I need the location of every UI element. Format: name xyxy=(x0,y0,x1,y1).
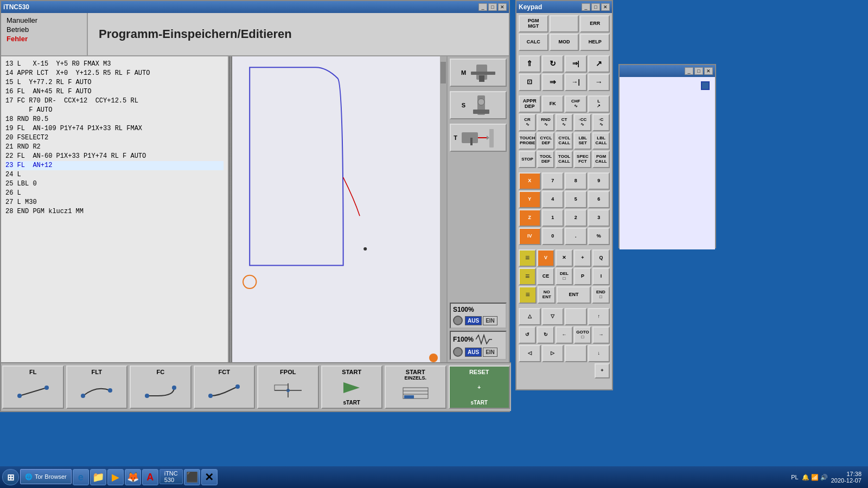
taskbar-acrobat[interactable]: A xyxy=(142,469,158,485)
t-button[interactable]: T xyxy=(450,124,507,152)
maximize-button[interactable]: □ xyxy=(488,3,497,11)
s-button[interactable]: S xyxy=(450,91,507,119)
2-button[interactable]: 2 xyxy=(565,209,587,227)
ct-button[interactable]: CT∿ xyxy=(556,114,573,131)
ent-button[interactable]: ENT xyxy=(557,286,590,304)
pgm-call-button[interactable]: PGMCALL xyxy=(592,151,610,168)
tool-call-button[interactable]: TOOLCALL xyxy=(556,151,573,168)
taskbar-explorer[interactable]: 📁 xyxy=(90,469,106,485)
lbl-set-button[interactable]: LBLSET xyxy=(574,132,591,150)
keypad-minimize[interactable]: _ xyxy=(582,3,590,11)
cycl-def-button[interactable]: CYCLDEF xyxy=(537,132,554,150)
keypad-close[interactable]: ✕ xyxy=(601,3,610,11)
calc-button[interactable]: CALC xyxy=(519,34,548,51)
end-button[interactable]: END□ xyxy=(592,286,610,304)
triangle-up-button[interactable]: △ xyxy=(519,308,541,325)
triangle-down-button[interactable]: ▽ xyxy=(542,308,564,325)
mod-button[interactable]: MOD xyxy=(550,34,579,51)
lbl-call-button[interactable]: LBLCALL xyxy=(592,132,610,150)
fct-button[interactable]: FCT xyxy=(194,365,256,409)
fk-button[interactable]: FK xyxy=(542,95,564,113)
y-button[interactable]: Y xyxy=(519,191,541,208)
nav-btn-8[interactable]: → xyxy=(588,74,610,91)
fpol-button[interactable]: FPOL xyxy=(257,365,319,409)
5-button[interactable]: 5 xyxy=(565,191,587,208)
6-button[interactable]: 6 xyxy=(588,191,610,208)
blank-btn-2[interactable] xyxy=(565,345,587,362)
float-minimize[interactable]: _ xyxy=(685,67,693,75)
touch-probe-button[interactable]: TOUCHPROBE xyxy=(519,132,536,150)
spec-fct-button[interactable]: SPECFCT xyxy=(574,151,591,168)
reset-start-button[interactable]: RESET + sTART xyxy=(449,365,510,409)
chf-button[interactable]: CHF∿ xyxy=(565,95,587,113)
start-button[interactable]: START sTART xyxy=(321,365,383,409)
p-button[interactable]: P xyxy=(574,268,591,285)
nav-btn-4[interactable]: ↗ xyxy=(588,55,610,73)
err-button[interactable]: ERR xyxy=(580,15,610,33)
7-button[interactable]: 7 xyxy=(542,172,564,190)
l-button[interactable]: L↗ xyxy=(588,95,610,113)
yellow-btn-1[interactable]: ≡ xyxy=(519,249,536,267)
nav-btn-7[interactable]: →| xyxy=(565,74,587,91)
9-button[interactable]: 9 xyxy=(588,172,610,190)
taskbar-itnc[interactable]: iTNC530 xyxy=(159,469,183,484)
appr-dep-button[interactable]: APPRDEP xyxy=(519,95,541,113)
tool-def-button[interactable]: TOOLDEF xyxy=(537,151,554,168)
right-arrow-button[interactable]: → xyxy=(592,326,610,344)
fc-button[interactable]: FC xyxy=(130,365,192,409)
cc-button[interactable]: ◦CC∿ xyxy=(574,114,591,131)
rnd-button[interactable]: RND∿ xyxy=(537,114,554,131)
stop-button[interactable]: STOP xyxy=(519,151,536,168)
ccw-button[interactable]: ↺ xyxy=(519,326,536,344)
float-checkbox[interactable] xyxy=(701,81,710,90)
minimize-button[interactable]: _ xyxy=(478,3,487,11)
spindle-speed-knob[interactable] xyxy=(453,316,463,325)
x-button[interactable]: X xyxy=(519,172,541,190)
yellow-btn-2[interactable]: ≡ xyxy=(519,268,536,285)
taskbar-x[interactable]: ✕ xyxy=(201,469,218,485)
feed-knob[interactable] xyxy=(453,347,463,357)
del-button[interactable]: DEL□ xyxy=(556,268,573,285)
times-button[interactable]: ✕ xyxy=(556,249,573,267)
blank-arrow[interactable] xyxy=(565,308,587,325)
play-fwd-button[interactable]: ▷ xyxy=(542,345,564,362)
q-button[interactable]: Q xyxy=(592,249,610,267)
close-button[interactable]: ✕ xyxy=(498,3,507,11)
1-button[interactable]: 1 xyxy=(542,209,564,227)
cycl-call-button[interactable]: CYCLCALL xyxy=(556,132,573,150)
yellow-btn-3[interactable]: ≡ xyxy=(519,286,537,304)
ein-button[interactable]: EIN xyxy=(483,316,497,325)
feed-ein-button[interactable]: EIN xyxy=(483,348,497,357)
scroll-thumb[interactable] xyxy=(441,62,446,84)
nav-btn-2[interactable]: ↻ xyxy=(542,55,564,73)
float-maximize[interactable]: □ xyxy=(694,67,703,75)
plus-button[interactable]: + xyxy=(574,249,591,267)
plus-small-button[interactable]: + xyxy=(595,363,610,378)
keypad-maximize[interactable]: □ xyxy=(591,3,600,11)
cr-button[interactable]: CR∿ xyxy=(519,114,536,131)
help-button[interactable]: HELP xyxy=(580,34,610,51)
nav-btn-6[interactable]: ⇒ xyxy=(542,74,564,91)
taskbar-ie[interactable]: e xyxy=(73,469,89,485)
taskbar-media[interactable]: ▶ xyxy=(107,469,124,485)
blank-button-1[interactable] xyxy=(550,15,579,33)
0-button[interactable]: 0 xyxy=(542,228,564,245)
left-arrow-button[interactable]: ← xyxy=(556,326,573,344)
start-einzels-button[interactable]: START EINZELS. xyxy=(385,365,446,409)
iv-button[interactable]: IV xyxy=(519,228,541,245)
no-ent-button[interactable]: NOENT xyxy=(538,286,556,304)
nav-btn-1[interactable]: ⇑ xyxy=(519,55,541,73)
goto-button[interactable]: GOTO□ xyxy=(574,326,591,344)
float-close[interactable]: ✕ xyxy=(704,67,713,75)
z-button[interactable]: Z xyxy=(519,209,541,227)
m-button[interactable]: M xyxy=(450,59,507,87)
taskbar-firefox[interactable]: 🦊 xyxy=(125,469,141,485)
pgm-mgt-button[interactable]: PGMMGT xyxy=(519,15,548,33)
down-arrow-button[interactable]: ↓ xyxy=(588,345,610,362)
taskbar-tor-browser[interactable]: 🌐 Tor Browser xyxy=(20,469,72,484)
percent-button[interactable]: % xyxy=(588,228,610,245)
i-button[interactable]: I xyxy=(592,268,610,285)
flt-button[interactable]: FLT xyxy=(66,365,128,409)
v-button[interactable]: V xyxy=(537,249,554,267)
play-back-button[interactable]: ◁ xyxy=(519,345,541,362)
